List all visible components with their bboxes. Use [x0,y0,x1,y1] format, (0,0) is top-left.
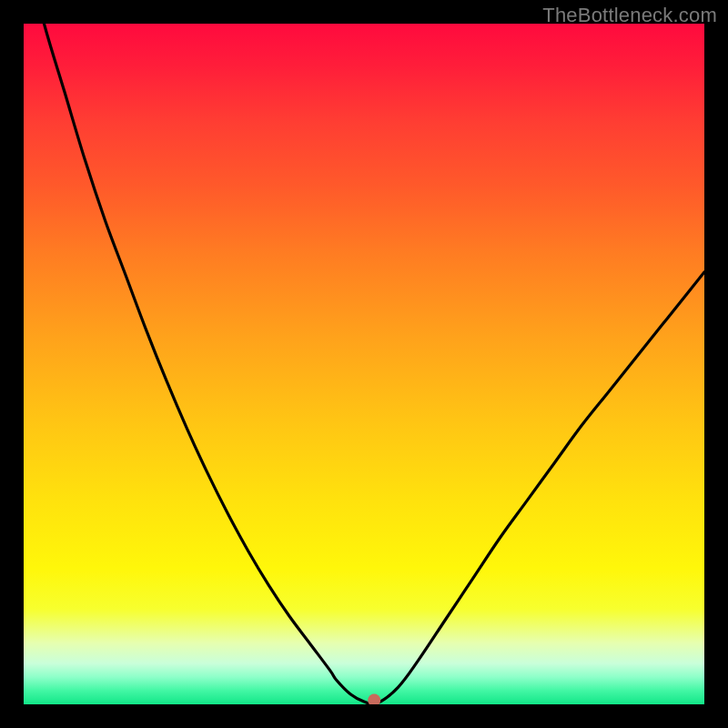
minimum-marker-icon [368,694,380,704]
bottleneck-curve [24,24,704,704]
chart-frame: TheBottleneck.com [0,0,728,728]
watermark-text: TheBottleneck.com [542,4,717,27]
plot-area [24,24,704,704]
curve-layer [24,24,704,704]
